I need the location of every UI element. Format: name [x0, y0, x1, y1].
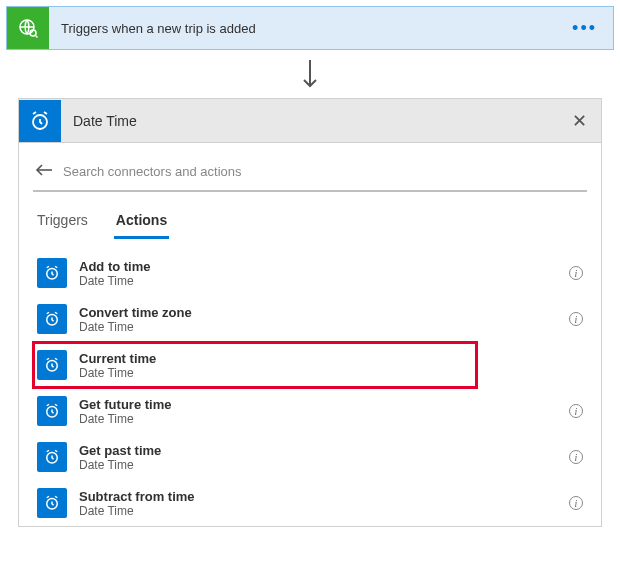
- trigger-title: Triggers when a new trip is added: [61, 21, 554, 36]
- clock-icon: [37, 442, 67, 472]
- tabs: Triggers Actions: [33, 206, 587, 240]
- action-text: Add to time Date Time: [79, 259, 557, 288]
- panel-title: Date Time: [73, 113, 560, 129]
- globe-search-icon: [7, 7, 49, 49]
- more-icon[interactable]: •••: [566, 18, 603, 39]
- search-input[interactable]: [63, 164, 585, 179]
- action-picker-panel: Date Time ✕ Triggers Actions Add to time: [18, 98, 602, 527]
- action-current-time[interactable]: Current time Date Time: [33, 342, 477, 388]
- action-sub: Date Time: [79, 504, 557, 518]
- action-get-future-time[interactable]: Get future time Date Time i: [33, 388, 587, 434]
- info-icon[interactable]: i: [569, 312, 583, 326]
- tab-triggers[interactable]: Triggers: [35, 206, 90, 239]
- flow-arrow-icon: [6, 58, 614, 92]
- clock-icon: [19, 100, 61, 142]
- action-sub: Date Time: [79, 458, 557, 472]
- clock-icon: [37, 258, 67, 288]
- action-title: Get future time: [79, 397, 557, 412]
- action-text: Convert time zone Date Time: [79, 305, 557, 334]
- action-get-past-time[interactable]: Get past time Date Time i: [33, 434, 587, 480]
- action-add-to-time[interactable]: Add to time Date Time i: [33, 250, 587, 296]
- action-text: Current time Date Time: [79, 351, 453, 380]
- action-sub: Date Time: [79, 320, 557, 334]
- action-sub: Date Time: [79, 366, 453, 380]
- panel-body: Triggers Actions Add to time Date Time i: [19, 143, 601, 526]
- search-row: [33, 159, 587, 192]
- back-arrow-icon[interactable]: [35, 163, 53, 180]
- panel-header: Date Time ✕: [19, 99, 601, 143]
- action-title: Get past time: [79, 443, 557, 458]
- action-sub: Date Time: [79, 274, 557, 288]
- action-subtract-from-time[interactable]: Subtract from time Date Time i: [33, 480, 587, 526]
- info-icon[interactable]: i: [569, 450, 583, 464]
- action-title: Add to time: [79, 259, 557, 274]
- clock-icon: [37, 488, 67, 518]
- close-icon[interactable]: ✕: [572, 110, 587, 132]
- action-text: Get past time Date Time: [79, 443, 557, 472]
- info-icon[interactable]: i: [569, 496, 583, 510]
- trigger-card[interactable]: Triggers when a new trip is added •••: [6, 6, 614, 50]
- action-text: Subtract from time Date Time: [79, 489, 557, 518]
- action-title: Subtract from time: [79, 489, 557, 504]
- action-list: Add to time Date Time i Convert time zon…: [33, 250, 587, 526]
- tab-actions[interactable]: Actions: [114, 206, 169, 239]
- action-text: Get future time Date Time: [79, 397, 557, 426]
- action-title: Convert time zone: [79, 305, 557, 320]
- action-title: Current time: [79, 351, 453, 366]
- action-convert-time-zone[interactable]: Convert time zone Date Time i: [33, 296, 587, 342]
- info-icon[interactable]: i: [569, 266, 583, 280]
- clock-icon: [37, 304, 67, 334]
- clock-icon: [37, 350, 67, 380]
- action-sub: Date Time: [79, 412, 557, 426]
- clock-icon: [37, 396, 67, 426]
- info-icon[interactable]: i: [569, 404, 583, 418]
